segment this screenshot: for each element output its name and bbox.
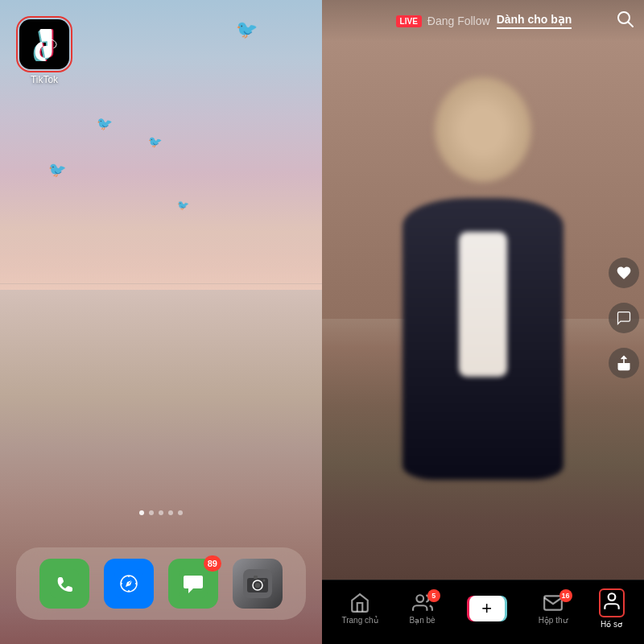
bird-icon-1: 🐦 [236,19,258,40]
tiktok-bottom-nav: Trang chủ Bạn bè 5 + [322,580,644,644]
search-icon[interactable] [617,10,634,32]
messages-badge: 89 [204,555,221,572]
tiktok-app-icon-wrapper [16,16,72,72]
dock: 89 [16,547,306,620]
nav-plus[interactable]: + [467,596,507,621]
page-dot-2 [149,510,154,515]
nav-tabs: LIVE Đang Follow Dành cho bạn [351,13,617,29]
page-dot-1 [139,510,144,515]
profile-icon-border [599,588,625,617]
person-shirt [459,232,507,377]
svg-rect-0 [50,569,79,598]
phone-app-icon[interactable] [39,559,89,609]
tab-danh-cho-ban[interactable]: Dành cho bạn [497,13,572,29]
sidebar-share[interactable] [609,348,639,378]
tiktok-app-icon[interactable] [19,19,69,69]
page-dot-4 [168,510,173,515]
tab-dang-follow[interactable]: LIVE Đang Follow [396,14,490,27]
live-badge: LIVE [396,15,422,27]
safari-app-icon[interactable] [104,559,154,609]
nav-home-label: Trang chủ [341,616,378,625]
nav-inbox-label: Hộp thư [539,616,568,625]
friends-badge: 5 [427,589,440,602]
nav-home[interactable]: Trang chủ [341,592,378,625]
tiktok-logo-svg [29,27,60,61]
nav-profile-label: Hồ sơ [601,620,622,629]
svg-rect-9 [254,576,258,579]
tab-danh-cho-ban-label: Dành cho bạn [497,13,572,26]
svg-point-14 [608,593,615,601]
bird-icon-3: 🐦 [148,135,162,148]
inbox-badge: 16 [559,589,572,602]
tab-dang-follow-label: Đang Follow [427,14,490,27]
video-sidebar [609,258,639,378]
bird-icon-5: 🐦 [177,200,189,211]
bird-icon-4: 🐦 [48,161,66,179]
app-icon-border [16,16,72,72]
nav-friends-label: Bạn bè [410,616,436,625]
horizon-line [0,283,322,284]
tiktok-app: LIVE Đang Follow Dành cho bạn [322,0,644,644]
tiktok-top-nav: LIVE Đang Follow Dành cho bạn [322,0,644,42]
sidebar-comment[interactable] [609,303,639,333]
svg-point-10 [263,580,266,582]
messages-app-icon[interactable]: 89 [168,559,218,609]
page-indicator [139,510,183,515]
svg-point-13 [416,595,423,602]
sidebar-like[interactable] [609,258,639,288]
nav-inbox[interactable]: Hộp thư 16 [539,592,568,625]
nav-profile[interactable]: Hồ sơ [599,588,625,629]
ios-home-screen: 🐦 🐦 🐦 🐦 🐦 TikTok [0,0,322,644]
nav-friends[interactable]: Bạn bè 5 [410,592,436,625]
svg-point-8 [255,583,260,588]
bird-icon-2: 🐦 [97,116,113,131]
page-dot-3 [159,510,163,515]
tiktok-app-label: TikTok [16,74,72,85]
person-in-video [378,29,588,512]
camera-app-icon[interactable] [233,559,283,609]
video-content [322,0,644,580]
page-dot-5 [178,510,183,515]
person-head [435,77,531,182]
